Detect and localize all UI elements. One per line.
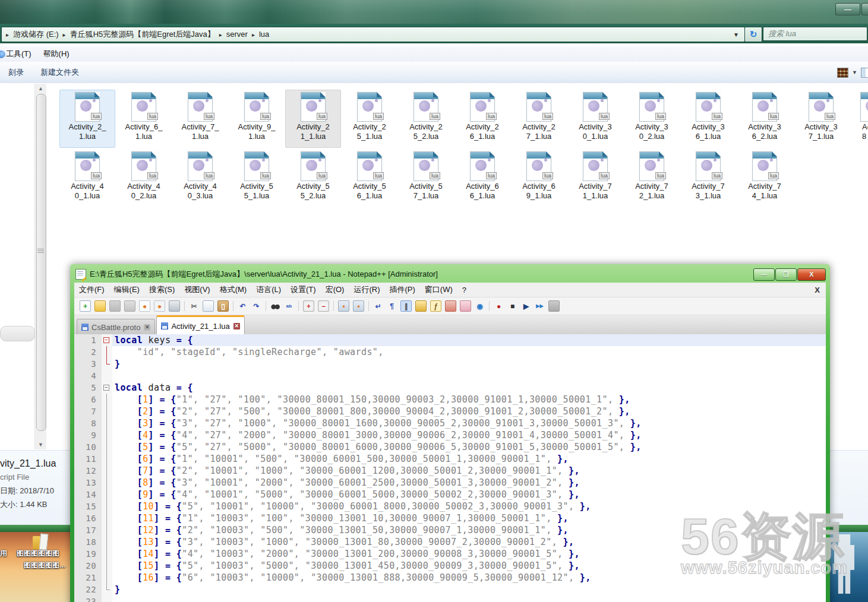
folder-workspace-icon[interactable] [445,300,456,312]
fold-margin[interactable] [102,595,112,602]
notepad-menu-item[interactable]: ? [457,286,471,294]
save-icon[interactable] [109,300,121,312]
doc-map-icon[interactable] [415,300,427,312]
address-dropdown-icon[interactable]: ▼ [728,31,744,38]
file-item[interactable]: luaActivity_66_1.lua [454,149,510,207]
open-file-icon[interactable] [94,300,106,312]
fold-margin[interactable] [102,572,112,584]
file-item[interactable]: luaActivity_36_1.lua [680,90,736,148]
notepad-titlebar[interactable]: E:\青丘狐H5完整源码【前端Egret后端Java】\server\lua\A… [74,267,826,282]
print-icon[interactable] [169,300,180,312]
scroll-up-icon[interactable]: ▲ [35,84,46,93]
fold-margin[interactable] [102,489,112,500]
find-icon[interactable] [270,301,280,311]
fold-margin[interactable] [102,584,112,595]
notepad-restore-button[interactable]: ❐ [775,268,797,281]
fold-margin[interactable] [102,405,112,417]
fold-margin[interactable] [102,417,112,429]
fold-margin[interactable] [102,500,112,512]
file-item[interactable]: luaActivity_40_2.lua [116,149,172,207]
file-item[interactable]: luaActivity_36_2.lua [737,90,793,148]
code-line[interactable]: 13 [8] = {"3", "10001", "2000", "30000_6… [74,477,826,489]
show-all-chars-icon[interactable]: ¶ [387,301,397,311]
chevron-right-icon[interactable]: ▸ [2,31,13,38]
nav-scrollbar[interactable]: ▲ ▼ [34,84,46,449]
file-item[interactable]: luaActivity_27_1.lua [511,90,567,148]
code-line[interactable]: 17 [12] = {"2", "10003", "500", "30000_1… [74,524,826,536]
explorer-minimize-button[interactable]: — [835,3,860,15]
notepad-menu-item[interactable]: 格式(M) [215,284,252,295]
fold-margin[interactable] [102,512,112,524]
code-line[interactable]: 22} [74,584,826,595]
code-line[interactable]: 12 [7] = {"2", "10001", "1000", "30000_6… [74,465,826,477]
code-line[interactable]: 7 [2] = {"2", "27", "500", "30000_80001_… [74,405,826,417]
close-file-icon[interactable]: ● [139,300,150,312]
fold-margin[interactable] [102,394,112,405]
fold-margin[interactable] [102,358,112,370]
fold-margin[interactable] [102,536,112,548]
file-item[interactable]: luaActivity_71_1.lua [567,149,623,207]
explorer-toolbar-button[interactable]: 刻录 [0,67,32,78]
fold-margin[interactable] [102,370,112,382]
replace-icon[interactable]: ab [284,301,294,311]
file-item[interactable]: luaActivity_25_2.lua [398,90,454,148]
editor-tab[interactable]: Activity_21_1.lua✕ [156,315,244,335]
code-line[interactable]: 21 [16] = {"6", "10003", "10000", "30000… [74,572,826,584]
file-item[interactable]: luaActivity_55_2.lua [285,149,341,207]
zoom-out-icon[interactable]: − [318,300,329,312]
nav-horizontal-scrollbar[interactable] [0,326,35,341]
file-item[interactable]: luaActivity_30_2.lua [624,90,680,148]
file-item[interactable]: luaActivity_74_1.lua [737,149,793,207]
explorer-menu-item[interactable]: 帮助(H) [37,49,75,59]
notepad-menu-item[interactable]: 语言(L) [251,284,286,295]
fold-margin[interactable]: − [102,382,112,394]
code-line[interactable]: 19 [14] = {"4", "10003", "2000", "30000_… [74,548,826,560]
file-item[interactable]: luaActivity_7_1.lua [172,90,228,148]
play-macro-icon[interactable]: ▶ [521,301,531,311]
stop-macro-icon[interactable]: ■ [507,301,517,311]
code-line[interactable]: 6 [1] = {"1", "27", "100", "30000_80001_… [74,394,826,405]
fold-margin[interactable] [102,477,112,489]
code-line[interactable]: 20 [15] = {"5", "10003", "5000", "30000_… [74,560,826,572]
chevron-right-icon[interactable]: ▸ [215,31,226,38]
sync-horizontal-icon[interactable]: • [353,300,364,312]
file-item[interactable]: luaAc8 [850,90,868,148]
code-editor[interactable]: 1−local keys = {2 "id", "stageId", "sing… [74,334,826,602]
scrollbar-thumb[interactable] [36,94,46,431]
notepad-menu-item[interactable]: 设置(T) [286,284,321,295]
code-line[interactable]: 2 "id", "stageId", "singleRecharge", "aw… [74,346,826,358]
editor-tab[interactable]: CsBattle.proto✕ [77,319,155,335]
file-item[interactable]: luaActivity_40_1.lua [59,149,115,207]
explorer-toolbar-button[interactable]: 新建文件夹 [32,67,87,78]
tab-close-icon[interactable]: ✕ [144,324,150,331]
view-switcher-dropdown-icon[interactable]: ▼ [848,69,861,75]
code-line[interactable]: 14 [9] = {"4", "10001", "5000", "30000_6… [74,489,826,500]
fold-margin[interactable] [102,429,112,441]
notepad-menu-item[interactable]: 视图(V) [179,284,214,295]
desktop-folder-icon[interactable] [33,533,48,550]
view-monitor-icon[interactable]: ◉ [475,301,485,311]
address-bar[interactable]: ▸ 游戏储存 (E:)▸青丘狐H5完整源码【前端Egret后端Java】▸ser… [1,27,745,42]
new-file-icon[interactable]: + [80,300,91,312]
undo-icon[interactable]: ↶ [238,301,248,311]
save-all-icon[interactable] [124,300,135,312]
file-item[interactable]: luaActivity_69_1.lua [511,149,567,207]
breadcrumb-segment[interactable]: 游戏储存 (E:) [13,30,59,39]
file-item[interactable]: luaActivity_30_1.lua [567,90,623,148]
notepad-close-button[interactable]: X [797,268,826,281]
close-all-icon[interactable]: ● [154,300,165,312]
menubar-close-icon[interactable]: X [809,286,826,294]
view-switcher-icon[interactable] [837,68,848,78]
explorer-menu-item[interactable]: 工具(T) [0,49,37,59]
notepad-menu-item[interactable]: 编辑(E) [109,284,144,295]
save-macro-icon[interactable] [548,300,560,312]
file-item[interactable]: luaActivity_37_1.lua [793,90,849,148]
code-line[interactable]: 9 [4] = {"4", "27", "2000", "30000_80001… [74,429,826,441]
function-list-icon[interactable]: ƒ [430,300,441,312]
notepad-menu-item[interactable]: 插件(P) [384,284,419,295]
redo-icon[interactable]: ↷ [251,301,261,311]
fold-margin[interactable] [102,524,112,536]
refresh-button[interactable]: ↻ [744,27,762,42]
fold-margin[interactable] [102,548,112,560]
doc-switcher-icon[interactable] [460,300,471,312]
